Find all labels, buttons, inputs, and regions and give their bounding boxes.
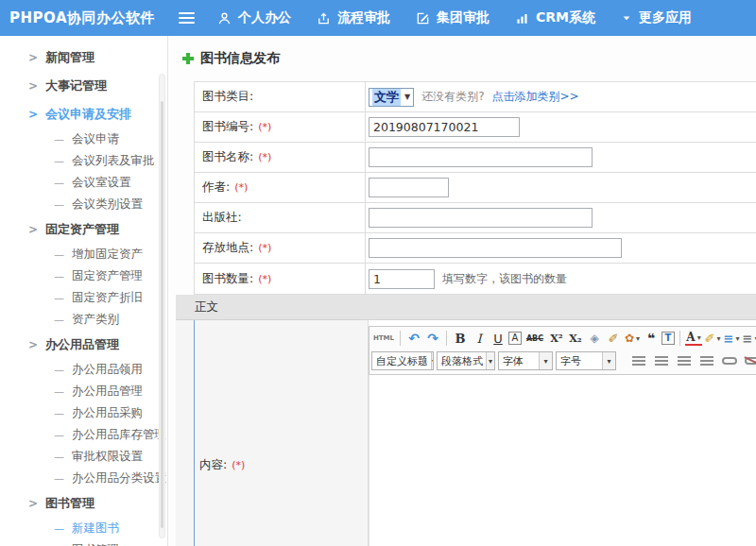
ordered-list-button[interactable]: ≡▾: [723, 330, 740, 347]
book-category-value-cell: 文学▼还没有类别?点击添加类别>>: [366, 82, 756, 111]
book-number-label: 图书编号:: [202, 119, 253, 135]
sidebar-item-label: 大事记管理: [45, 77, 107, 94]
paragraph-format-select[interactable]: 段落格式▾: [437, 351, 495, 370]
sidebar-item-approval-permission-settings[interactable]: —审批权限设置: [0, 446, 167, 468]
bold-button[interactable]: B: [452, 330, 469, 347]
html-source-button[interactable]: HTML: [372, 330, 395, 347]
undo-button[interactable]: ↶: [405, 330, 422, 347]
author-input[interactable]: [369, 178, 449, 197]
format-brush-button[interactable]: ✐: [605, 330, 622, 347]
link-button[interactable]: [721, 352, 738, 369]
subscript-button[interactable]: X₂: [567, 330, 584, 347]
nav-workflow-approval[interactable]: 流程审批: [317, 9, 390, 26]
custom-title-select[interactable]: 自定义标题▾: [371, 351, 434, 370]
sidebar-item-meeting-application-arrangement[interactable]: >会议申请及安排: [0, 100, 167, 128]
publisher-label: 出版社:: [202, 210, 242, 226]
redo-button[interactable]: ↷: [424, 330, 441, 347]
required-mark: (*): [232, 459, 245, 471]
sidebar-item-fixed-assets-management[interactable]: >固定资产管理: [0, 215, 167, 244]
nav-workflow-approval-label: 流程审批: [337, 9, 390, 26]
chart-icon: [515, 11, 529, 26]
superscript-button[interactable]: X²: [548, 330, 565, 347]
book-category-select[interactable]: 文学▼: [369, 88, 414, 107]
sidebar-item-fixed-asset-depreciation[interactable]: —固定资产折旧: [0, 287, 167, 309]
nav-more-apps-label: 更多应用: [639, 9, 692, 26]
sidebar-item-fixed-asset-management[interactable]: —固定资产管理: [0, 265, 167, 287]
sidebar-item-meeting-room-settings[interactable]: —会议室设置: [0, 172, 167, 194]
strikethrough-button[interactable]: ABC: [524, 330, 546, 347]
highlight-button[interactable]: ✐▾: [704, 330, 721, 347]
add-category-link[interactable]: 点击添加类别>>: [492, 89, 579, 105]
align-justify-icon: [700, 356, 713, 366]
form-row-author: 作者:(*): [195, 173, 756, 203]
sidebar-item-office-supplies-purchase[interactable]: —办公用品采购: [0, 402, 167, 424]
storage-location-value-cell: [366, 233, 756, 263]
sidebar-item-office-supplies-manage[interactable]: —办公用品管理: [0, 381, 167, 402]
required-mark: (*): [258, 151, 271, 163]
sidebar-item-label: 会议申请: [72, 131, 119, 147]
color-palette-button[interactable]: ✿▾: [624, 330, 641, 347]
sidebar-item-book-management[interactable]: >图书管理: [0, 489, 167, 518]
chevron-right-icon: >: [28, 223, 38, 236]
book-number-input[interactable]: [369, 117, 520, 137]
sidebar-item-meeting-list-approval[interactable]: —会议列表及审批: [0, 150, 167, 172]
font-style-button[interactable]: A: [508, 332, 522, 345]
sidebar-item-add-fixed-asset[interactable]: —增加固定资产: [0, 244, 167, 265]
align-right-button[interactable]: [676, 352, 693, 369]
underline-button[interactable]: U: [490, 330, 507, 347]
nav-personal-office[interactable]: 个人办公: [217, 9, 291, 26]
sidebar-scrollbar[interactable]: [159, 74, 165, 538]
italic-button[interactable]: I: [471, 330, 488, 347]
dash-icon: —: [54, 155, 64, 167]
blockquote-button[interactable]: ❝: [643, 330, 660, 347]
book-name-input[interactable]: [369, 147, 593, 167]
sidebar-item-meeting-apply[interactable]: —会议申请: [0, 128, 167, 150]
scrollbar-thumb[interactable]: [161, 101, 163, 528]
font-color-button[interactable]: A▾: [685, 332, 702, 346]
sidebar-item-asset-category[interactable]: —资产类别: [0, 309, 167, 331]
editor-content-area[interactable]: [369, 375, 756, 546]
font-size-select[interactable]: 字号▾: [556, 351, 616, 370]
align-left-button[interactable]: [630, 352, 647, 369]
align-justify-button[interactable]: [698, 352, 715, 369]
book-quantity-input[interactable]: [369, 269, 435, 289]
storage-location-input[interactable]: [369, 238, 622, 258]
toolbar-divider: [679, 331, 680, 346]
book-form: 图书类目:文学▼还没有类别?点击添加类别>>图书编号:(*)图书名称:(*)作者…: [194, 81, 756, 295]
sidebar-item-office-supplies-inventory[interactable]: —办公用品库存管理: [0, 424, 167, 446]
caret-down-icon: ▾: [697, 333, 701, 342]
author-value-cell: [366, 173, 756, 202]
font-family-select[interactable]: 字体▾: [498, 351, 553, 370]
sidebar-item-label: 会议类别设置: [72, 196, 143, 213]
sidebar-item-new-book[interactable]: —新建图书: [0, 518, 167, 539]
publisher-input[interactable]: [369, 208, 593, 228]
sidebar-menu: >新闻管理>大事记管理>会议申请及安排—会议申请—会议列表及审批—会议室设置—会…: [0, 43, 167, 546]
sidebar-item-office-supplies-category-settings[interactable]: —办公用品分类设置: [0, 468, 167, 489]
font-family-select-label: 字体: [503, 354, 524, 368]
sidebar-item-book-manage[interactable]: —图书管理: [0, 539, 167, 546]
sidebar-item-news-management[interactable]: >新闻管理: [0, 43, 167, 72]
caret-down-icon: ▾: [431, 352, 434, 369]
chevron-right-icon: >: [28, 79, 38, 93]
unlink-button[interactable]: [744, 352, 756, 369]
sidebar-item-office-supplies-requisition[interactable]: —办公用品领用: [0, 359, 167, 381]
nav-group-approval[interactable]: 集团审批: [416, 9, 490, 26]
book-name-label-cell: 图书名称:(*): [195, 143, 366, 172]
align-left-icon: [632, 356, 645, 366]
sidebar-item-meeting-category-settings[interactable]: —会议类别设置: [0, 194, 167, 215]
sidebar-item-memorabilia-management[interactable]: >大事记管理: [0, 72, 167, 100]
editor-toolbar: HTML↶↷BIUAABCX²X₂◈✐✿▾❝TA▾✐▾≡▾≡▾ 自定义标题▾段落…: [369, 326, 756, 375]
dash-icon: —: [54, 314, 64, 326]
align-center-button[interactable]: [653, 352, 670, 369]
author-label: 作者:: [202, 179, 230, 196]
nav-crm-system[interactable]: CRM系统: [515, 9, 595, 26]
required-mark: (*): [258, 242, 271, 254]
no-category-text: 还没有类别?: [421, 89, 484, 105]
unordered-list-button[interactable]: ≡▾: [742, 330, 756, 347]
sidebar-item-office-supplies-management[interactable]: >办公用品管理: [0, 331, 167, 359]
paste-text-button[interactable]: T: [662, 332, 675, 345]
menu-toggle-button[interactable]: [168, 12, 204, 24]
main-content: 图书信息发布 图书类目:文学▼还没有类别?点击添加类别>>图书编号:(*)图书名…: [168, 36, 756, 546]
nav-more-apps[interactable]: 更多应用: [621, 9, 692, 26]
eraser-button[interactable]: ◈: [586, 330, 603, 347]
